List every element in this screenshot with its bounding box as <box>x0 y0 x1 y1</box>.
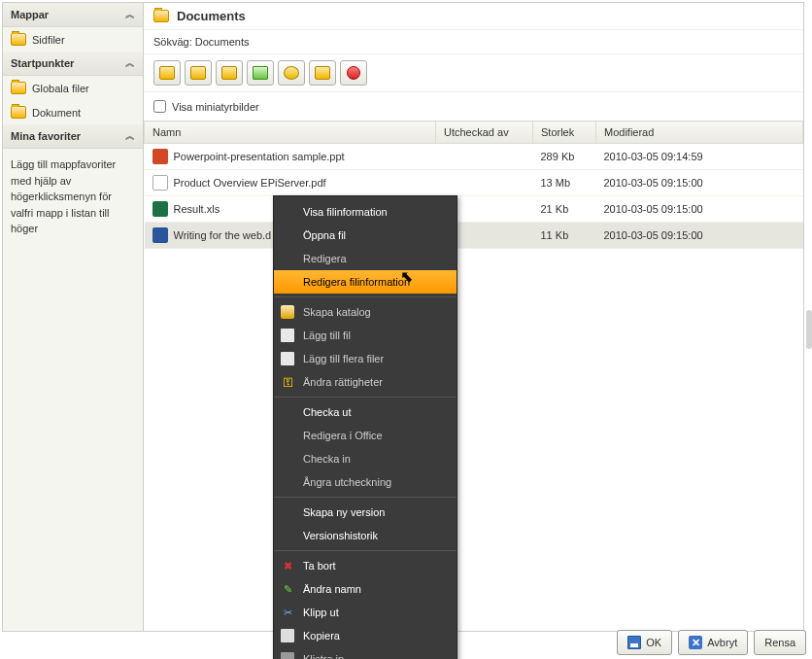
sidebar-header-start[interactable]: Startpunkter ︽ <box>3 52 143 76</box>
context-item[interactable]: ✎Ändra namn <box>274 577 457 601</box>
breadcrumb: Sökväg: Documents <box>144 30 803 53</box>
sidebar-item-dokument[interactable]: Dokument <box>3 100 143 124</box>
scrollbar-indicator[interactable] <box>806 310 812 349</box>
toolbar <box>144 53 803 92</box>
context-item-label: Öppna fil <box>303 229 346 241</box>
page-icon <box>281 329 294 342</box>
file-modified: 2010-03-05 09:14:59 <box>596 144 803 170</box>
context-item: Checka in <box>274 447 457 470</box>
context-item[interactable]: ✂Klipp ut <box>274 601 457 624</box>
sidebar-header-label: Mappar <box>11 9 49 20</box>
file-size: 289 Kb <box>533 144 596 170</box>
context-item-label: Versionshistorik <box>303 530 378 541</box>
key-icon: ⚿ <box>281 375 294 389</box>
toolbar-btn-5[interactable] <box>278 60 305 86</box>
folder-icon <box>281 305 294 319</box>
delete-icon <box>347 66 360 80</box>
cancel-icon: ✕ <box>689 636 702 649</box>
context-item[interactable]: Kopiera <box>274 624 457 647</box>
sidebar-item-label: Dokument <box>32 107 81 119</box>
thumbnails-label: Visa miniatyrbilder <box>172 101 259 113</box>
table-row[interactable]: Product Overview EPiServer.pdf13 Mb2010-… <box>145 170 803 196</box>
toolbar-btn-2[interactable] <box>185 60 212 86</box>
toolbar-btn-1[interactable] <box>153 60 181 86</box>
favorites-help-text: Lägg till mappfavoriter med hjälp av hög… <box>3 149 143 245</box>
file-name: Powerpoint-presentation sample.ppt <box>174 151 345 162</box>
sidebar-header-label: Mina favoriter <box>11 130 81 142</box>
toolbar-btn-4[interactable] <box>247 60 274 86</box>
sidebar-header-label: Startpunkter <box>11 57 74 69</box>
folder-icon <box>153 10 169 22</box>
pencil-icon: ✎ <box>281 582 294 596</box>
context-menu: Visa filinformationÖppna filRedigeraRedi… <box>273 195 457 659</box>
scissors-icon: ✂ <box>281 606 294 619</box>
context-separator <box>274 296 457 297</box>
cancel-label: Avbryt <box>707 637 737 648</box>
file-xls-icon <box>152 201 168 217</box>
clear-label: Rensa <box>764 637 795 648</box>
sidebar-item-label: Globala filer <box>32 83 89 94</box>
context-item: Lägg till fil <box>274 324 457 347</box>
context-item-label: Lägg till flera filer <box>303 353 384 364</box>
context-item: Ångra utcheckning <box>274 470 457 494</box>
table-header-row: Namn Utcheckad av Storlek Modifierad <box>145 121 803 144</box>
clear-button[interactable]: Rensa <box>754 630 806 655</box>
context-item: Klistra in <box>274 647 457 659</box>
context-item-label: Checka ut <box>303 406 352 418</box>
context-item[interactable]: ✖Ta bort <box>274 554 457 577</box>
cancel-button[interactable]: ✕ Avbryt <box>678 630 748 655</box>
file-table: Namn Utcheckad av Storlek Modifierad Pow… <box>144 121 803 249</box>
folder-icon <box>315 66 330 80</box>
file-size: 11 Kb <box>533 223 596 249</box>
sidebar-item-global-files[interactable]: Globala filer <box>3 76 143 100</box>
file-doc-icon <box>152 227 168 243</box>
sidebar: Mappar ︽ Sidfiler Startpunkter ︽ Globala… <box>3 3 144 631</box>
table-row[interactable]: Writing for the web.d11 Kb2010-03-05 09:… <box>145 223 803 249</box>
context-item-label: Klipp ut <box>303 607 339 618</box>
table-row[interactable]: Result.xls21 Kb2010-03-05 09:15:00 <box>145 196 803 223</box>
context-item-label: Klistra in <box>303 653 344 659</box>
add-file-icon <box>253 66 268 80</box>
context-item[interactable]: Öppna fil <box>274 224 457 247</box>
context-item: ⚿Ändra rättigheter <box>274 370 457 394</box>
chevron-up-icon: ︽ <box>125 56 135 70</box>
bottom-bar: OK ✕ Avbryt Rensa <box>617 630 806 655</box>
file-ppt-icon <box>152 149 168 164</box>
col-size[interactable]: Storlek <box>533 121 596 144</box>
context-item-label: Checka in <box>303 453 351 465</box>
sidebar-item-sidfiler[interactable]: Sidfiler <box>3 27 143 52</box>
context-item-label: Redigera i Office <box>303 430 383 441</box>
sidebar-item-label: Sidfiler <box>32 34 65 46</box>
file-modified: 2010-03-05 09:15:00 <box>596 196 803 223</box>
col-name[interactable]: Namn <box>145 121 436 144</box>
sidebar-header-favorites[interactable]: Mina favoriter ︽ <box>3 124 143 149</box>
context-item[interactable]: Versionshistorik <box>274 524 457 547</box>
chevron-up-icon: ︽ <box>125 8 135 21</box>
context-separator <box>274 497 457 498</box>
context-item-label: Skapa ny version <box>303 506 385 518</box>
file-modified: 2010-03-05 09:15:00 <box>596 223 803 249</box>
context-separator <box>274 397 457 398</box>
context-item[interactable]: Skapa ny version <box>274 501 457 524</box>
context-item-label: Skapa katalog <box>303 306 371 318</box>
context-item: Redigera <box>274 247 457 270</box>
col-checked[interactable]: Utcheckad av <box>436 121 533 144</box>
col-modified[interactable]: Modifierad <box>596 121 803 144</box>
context-item: Skapa katalog <box>274 300 457 324</box>
context-item[interactable]: Visa filinformation <box>274 200 457 224</box>
save-icon <box>627 636 641 649</box>
sidebar-header-folders[interactable]: Mappar ︽ <box>3 3 143 27</box>
ok-button[interactable]: OK <box>617 630 672 655</box>
context-item-label: Redigera <box>303 253 347 264</box>
toolbar-btn-6[interactable] <box>309 60 336 86</box>
context-item-label: Lägg till fil <box>303 330 351 341</box>
thumbnails-checkbox[interactable] <box>153 100 166 113</box>
context-item[interactable]: Checka ut <box>274 400 457 424</box>
copy-icon <box>281 629 294 642</box>
table-row[interactable]: Powerpoint-presentation sample.ppt289 Kb… <box>145 144 803 170</box>
context-separator <box>274 550 457 551</box>
toolbar-btn-3[interactable] <box>216 60 243 86</box>
file-name: Result.xls <box>174 203 220 215</box>
context-item[interactable]: Redigera filinformation <box>274 270 457 294</box>
toolbar-btn-delete[interactable] <box>340 60 367 86</box>
